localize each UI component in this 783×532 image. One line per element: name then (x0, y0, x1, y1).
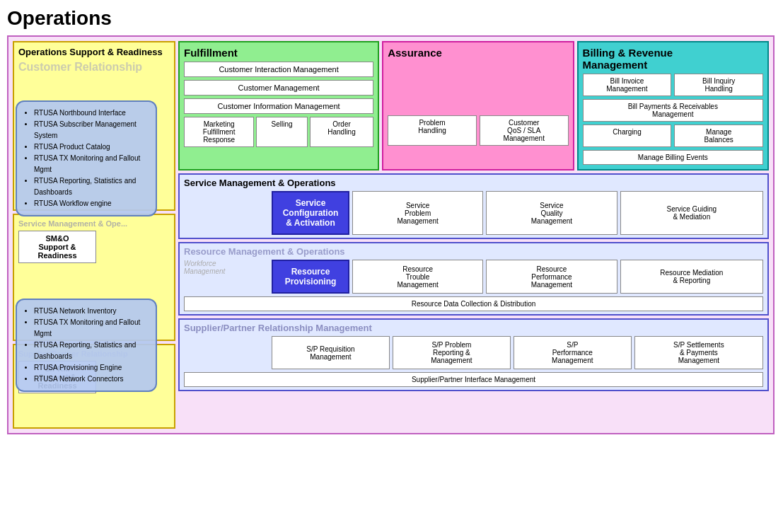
sprm-section-label: Supplier/Partner Relationship Management (184, 323, 763, 333)
fulfillment-section: Fulfillment Customer Interaction Managem… (178, 41, 379, 170)
resource-trouble-box: ResourceTroubleManagement (352, 260, 483, 294)
service-guiding-box: Service Guiding& Mediation (620, 191, 763, 235)
smo-title: Service Management & Ope... (18, 219, 170, 228)
sprm-left-placeholder (184, 336, 269, 369)
bill-invoice-box: Bill InvoiceManagement (583, 74, 672, 96)
cinfo-box: Customer Information Management (184, 98, 373, 114)
fulfillment-title: Fulfillment (184, 47, 373, 59)
top-sections-row: Fulfillment Customer Interaction Managem… (178, 41, 769, 170)
smo-left-placeholder (184, 191, 269, 235)
smo-section-row: Service Management & Operations ServiceC… (178, 173, 769, 239)
manage-balances-box: ManageBalances (674, 125, 763, 147)
callout-item: RTUSA Reporting, Statistics and Dashboar… (34, 340, 149, 362)
sp-perf-box: S/PPerformanceManagement (514, 336, 632, 369)
service-problem-box: ServiceProblemManagement (352, 191, 483, 235)
rmo-inner-row: WorkforceManagement ResourceProvisioning… (184, 260, 763, 294)
problem-handling-box: ProblemHandling (388, 115, 477, 146)
rmo-left-placeholder: WorkforceManagement (184, 260, 269, 294)
crm-ghost: Customer Relationship (18, 60, 170, 74)
service-quality-box: ServiceQualityManagement (486, 191, 617, 235)
callout-item: RTUSA Reporting, Statistics and Dashboar… (34, 175, 149, 198)
rmo-ghost-label: WorkforceManagement (184, 260, 269, 275)
billing-section: Billing & RevenueManagement Bill Invoice… (577, 41, 769, 170)
order-handling-box: OrderHandling (310, 117, 373, 147)
bill-inquiry-box: Bill InquiryHandling (674, 74, 763, 96)
fulfillment-bottom-row: MarketingFulfillmentResponse Selling Ord… (184, 117, 373, 147)
callout-item: RTUSA Provisioning Engine (34, 362, 149, 374)
sprm-section-row: Supplier/Partner Relationship Management… (178, 318, 769, 391)
callout-item: RTUSA Network Connectors (34, 374, 149, 385)
callout-top-list: RTUSA Northbound Interface RTUSA Subscri… (24, 108, 149, 209)
callout-top: RTUSA Northbound Interface RTUSA Subscri… (16, 100, 157, 216)
manage-billing-box: Manage Billing Events (583, 150, 763, 165)
marketing-box: MarketingFulfillmentResponse (184, 117, 254, 147)
smo-inner-row: ServiceConfiguration& Activation Service… (184, 191, 763, 235)
sp-problem-box: S/P ProblemReporting &Management (393, 336, 511, 369)
callout-item: RTUSA TX Monitoring and Fallout Mgmt (34, 317, 149, 340)
page-title: Operations (7, 7, 776, 30)
sprm-inner-row: S/P RequisitionManagement S/P ProblemRep… (184, 336, 763, 369)
charging-box: Charging (583, 125, 672, 147)
assurance-bottom-row: ProblemHandling CustomerQoS / SLAManagem… (388, 115, 568, 146)
ops-support-title: Operations Support & Readiness (18, 47, 170, 57)
cm-box: Customer Management (184, 80, 373, 96)
billing-title: Billing & RevenueManagement (583, 47, 763, 71)
customer-qos-box: CustomerQoS / SLAManagement (480, 115, 569, 146)
sp-requisition-box: S/P RequisitionManagement (272, 336, 390, 369)
resource-provisioning-box: ResourceProvisioning (272, 260, 349, 294)
callout-item: RTUSA Workflow engine (34, 198, 149, 209)
billing-row2: Charging ManageBalances (583, 125, 763, 147)
callout-item: RTUSA Subscriber Management System (34, 119, 149, 141)
smo-support-box: SM&OSupport &Readiness (18, 231, 96, 263)
cim-box: Customer Interaction Management (184, 62, 373, 77)
service-config-box: ServiceConfiguration& Activation (272, 191, 349, 235)
selling-box: Selling (256, 117, 308, 147)
right-area: Fulfillment Customer Interaction Managem… (178, 41, 769, 429)
assurance-title: Assurance (388, 47, 568, 59)
resource-data-box: Resource Data Collection & Distribution (184, 296, 763, 311)
smo-section-label: Service Management & Operations (184, 178, 763, 188)
sp-settlements-box: S/P Settlements& PaymentsManagement (634, 336, 763, 369)
callout-item: RTUSA TX Monitoring and Fallout Mgmt (34, 153, 149, 175)
resource-perf-box: ResourcePerformanceManagement (486, 260, 617, 294)
bill-payments-box: Bill Payments & ReceivablesManagement (583, 99, 763, 122)
sp-interface-box: Supplier/Partner Interface Management (184, 372, 763, 387)
rmo-section-label: Resource Management & Operations (184, 246, 763, 257)
billing-row1: Bill InvoiceManagement Bill InquiryHandl… (583, 74, 763, 96)
rmo-section-row: Resource Management & Operations Workfor… (178, 242, 769, 316)
assurance-section: Assurance ProblemHandling CustomerQoS / … (382, 41, 574, 170)
callout-item: RTUSA Northbound Interface (34, 108, 149, 119)
smo-support-label: SM&OSupport &Readiness (37, 234, 76, 260)
callout-item: RTUSA Network Inventory (34, 306, 149, 317)
callout-bottom: RTUSA Network Inventory RTUSA TX Monitor… (16, 299, 157, 392)
callout-item: RTUSA Product Catalog (34, 141, 149, 153)
outer-frame: RTUSA Northbound Interface RTUSA Subscri… (7, 35, 775, 434)
resource-mediation-box: Resource Mediation& Reporting (620, 260, 763, 294)
callout-bottom-list: RTUSA Network Inventory RTUSA TX Monitor… (24, 306, 149, 385)
